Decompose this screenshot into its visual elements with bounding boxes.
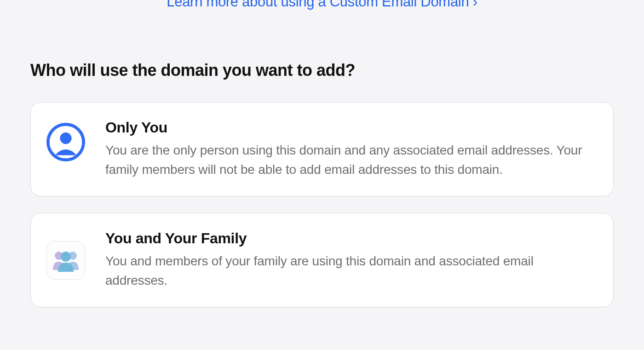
option-only-you-text: Only You You are the only person using t…	[105, 119, 590, 179]
learn-more-link[interactable]: Learn more about using a Custom Email Do…	[30, 0, 614, 10]
option-you-and-family[interactable]: You and Your Family You and members of y…	[30, 213, 614, 307]
person-icon	[46, 123, 85, 161]
option-you-and-family-text: You and Your Family You and members of y…	[105, 230, 590, 290]
svg-point-1	[60, 132, 71, 144]
option-only-you-description: You are the only person using this domai…	[105, 141, 590, 179]
family-icon	[46, 241, 85, 280]
option-only-you[interactable]: Only You You are the only person using t…	[30, 102, 614, 196]
option-you-and-family-title: You and Your Family	[105, 230, 590, 247]
option-only-you-title: Only You	[105, 119, 590, 136]
svg-point-4	[61, 252, 71, 262]
page-heading: Who will use the domain you want to add?	[30, 61, 614, 80]
learn-more-label: Learn more about using a Custom Email Do…	[167, 0, 469, 10]
option-you-and-family-description: You and members of your family are using…	[105, 252, 590, 290]
